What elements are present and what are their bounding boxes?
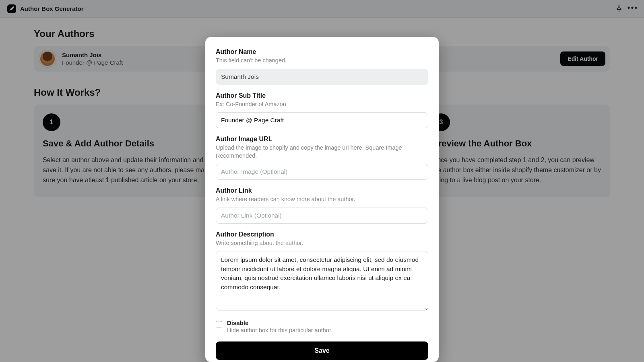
- modal-overlay[interactable]: Author Name This field can't be changed.…: [0, 0, 644, 362]
- author-name-input: [216, 69, 428, 85]
- disable-hint: Hide author box for this particular auth…: [227, 327, 332, 333]
- author-subtitle-field: Author Sub Title Ex: Co-Founder of Amazo…: [216, 92, 428, 129]
- field-hint: Write something about the author.: [216, 239, 428, 247]
- author-image-url-input[interactable]: [216, 164, 428, 180]
- field-label: Author Description: [216, 231, 428, 238]
- author-description-field: Author Description Write something about…: [216, 231, 428, 313]
- field-hint: Upload the image to shopify and copy the…: [216, 144, 428, 160]
- disable-label: Disable: [227, 319, 332, 326]
- save-button[interactable]: Save: [216, 341, 428, 360]
- author-image-url-field: Author Image URL Upload the image to sho…: [216, 136, 428, 180]
- field-label: Author Link: [216, 187, 428, 194]
- author-description-textarea[interactable]: [216, 251, 428, 311]
- author-name-field: Author Name This field can't be changed.: [216, 48, 428, 85]
- disable-author-checkbox[interactable]: [216, 321, 222, 327]
- field-hint: A link where readers can know more about…: [216, 195, 428, 204]
- author-subtitle-input[interactable]: [216, 112, 428, 128]
- edit-author-modal: Author Name This field can't be changed.…: [205, 37, 439, 362]
- field-label: Author Image URL: [216, 136, 428, 143]
- author-link-input[interactable]: [216, 208, 428, 224]
- field-hint: This field can't be changed.: [216, 57, 428, 65]
- field-hint: Ex: Co-Founder of Amazon.: [216, 101, 428, 109]
- disable-author-row: Disable Hide author box for this particu…: [216, 319, 428, 333]
- field-label: Author Name: [216, 48, 428, 56]
- author-link-field: Author Link A link where readers can kno…: [216, 187, 428, 224]
- field-label: Author Sub Title: [216, 92, 428, 99]
